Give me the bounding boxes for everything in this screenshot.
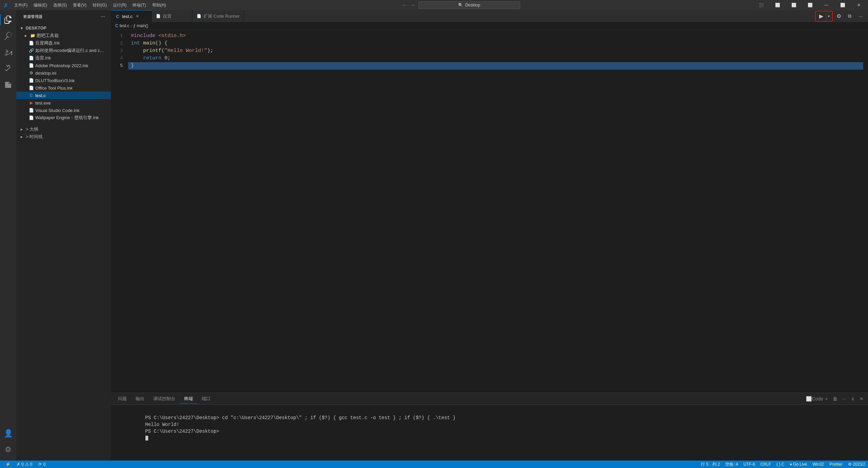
tree-item-dlut[interactable]: 📄 DLUTToolBoxV3.lnk	[16, 77, 111, 84]
nav-forward[interactable]: →	[410, 2, 416, 8]
menu-terminal[interactable]: 终端(T)	[130, 1, 149, 10]
menu-view[interactable]: 查看(V)	[70, 1, 89, 10]
file-icon-adobe: 📄	[28, 63, 34, 68]
run-dropdown-btn[interactable]: ▾	[826, 12, 831, 20]
tree-item-adobe[interactable]: 📄 Adobe Photoshop 2022.lnk	[16, 62, 111, 69]
tree-label-tuiba: 图吧工具箱	[37, 33, 59, 39]
editor-more-btn[interactable]: ···	[856, 12, 865, 20]
close-btn[interactable]: ✕	[851, 0, 867, 10]
breadcrumb-file-icon: C	[115, 23, 118, 28]
code-editor[interactable]: 1 2 3 4 5 #include <stdio.h> int main() …	[111, 30, 868, 393]
sidebar-header-icons: ···	[99, 13, 107, 20]
sidebar-more-btn[interactable]: ···	[99, 13, 107, 20]
layout-btn[interactable]: ⬜	[802, 0, 818, 10]
panel-toggle-btn[interactable]: ⬜	[770, 0, 785, 10]
panel-tab-terminal[interactable]: 终端	[180, 394, 197, 404]
breadcrumb-file[interactable]: test.c	[120, 23, 130, 28]
search-icon: 🔍	[458, 3, 463, 7]
tree-root-folder[interactable]: ▾ DESKTOP	[16, 24, 111, 32]
breadcrumb: C test.c › ⨍ main()	[111, 22, 868, 30]
menu-edit[interactable]: 编辑(E)	[31, 1, 50, 10]
tab-settings[interactable]: 📄 设置	[152, 10, 193, 22]
editor-scrollbar[interactable]	[863, 30, 868, 393]
tree-item-test-c[interactable]: C test.c	[16, 92, 111, 99]
tree-item-howto[interactable]: 🔗 如何使用vscode编译运行.c and c...	[16, 47, 111, 54]
panel-trash-btn[interactable]: 🗑	[831, 395, 839, 403]
status-platform[interactable]: Win32	[810, 461, 827, 468]
tab-extension-code-runner[interactable]: 📄 扩展 Code Runner	[193, 10, 244, 22]
panel-close-btn[interactable]: ✕	[858, 395, 865, 403]
tree-item-wallpaper[interactable]: 📄 Wallpaper Engine：壁纸引擎.lnk	[16, 114, 111, 121]
panel-tab-problems[interactable]: 问题	[114, 394, 131, 404]
panel-add-btn[interactable]: +	[823, 395, 830, 403]
menu-help[interactable]: 帮助(H)	[150, 1, 169, 10]
tree-item-test-exe[interactable]: ▶ test.exe	[16, 99, 111, 107]
status-sync-btn[interactable]: ⟳ 0	[36, 461, 48, 468]
source-control-activity-icon[interactable]	[0, 44, 16, 60]
status-remote-btn[interactable]: ⚡	[3, 461, 13, 468]
status-spaces[interactable]: 空格: 4	[723, 461, 741, 468]
editor-settings-btn[interactable]: ⚙	[834, 12, 844, 20]
title-bar-center: ← → 🔍 Desktop	[169, 1, 753, 9]
file-icon-wallpaper: 📄	[28, 115, 34, 120]
menu-goto[interactable]: 转到(G)	[90, 1, 109, 10]
sync-count: 0	[43, 462, 45, 467]
panel-tab-debug-console[interactable]: 调试控制台	[149, 394, 179, 404]
status-prettier[interactable]: Prettier	[827, 461, 845, 468]
split-editor-btn[interactable]: ⬜	[786, 0, 802, 10]
file-link-icon: 🔗	[28, 48, 34, 53]
panel-code-label[interactable]: Code	[814, 395, 821, 403]
settings-activity-icon[interactable]: ⚙	[0, 442, 16, 458]
account-activity-icon[interactable]: 👤	[0, 425, 16, 442]
nav-back[interactable]: ←	[402, 2, 408, 8]
exe-file-icon: ▶	[28, 100, 34, 106]
outline-section[interactable]: ▸ > 大纲	[16, 126, 111, 133]
tree-item-xunlei[interactable]: 📄 迅雷.lnk	[16, 54, 111, 62]
status-language[interactable]: { } C	[774, 461, 787, 468]
menu-run[interactable]: 运行(R)	[110, 1, 130, 10]
debug-activity-icon[interactable]	[0, 60, 16, 77]
tab-test-c[interactable]: C test.c ✕	[111, 10, 152, 22]
panel-chevron-up-btn[interactable]: ∧	[849, 395, 856, 403]
status-line-col[interactable]: 行 5，列 2	[698, 461, 723, 468]
line-num-4: 4	[111, 55, 123, 62]
search-activity-icon[interactable]	[0, 28, 16, 44]
timeline-section[interactable]: ▸ > 时间线	[16, 133, 111, 141]
spaces-text: 空格: 4	[725, 462, 738, 467]
extra-text: ⚙ 2023/2	[848, 462, 865, 467]
status-errors-btn[interactable]: ✗ 0 ⚠ 0	[14, 461, 35, 468]
chevron-right-outline-icon: ▸	[19, 127, 24, 132]
breadcrumb-symbol[interactable]: main()	[137, 23, 148, 28]
split-editor-btn[interactable]: ⧉	[845, 12, 854, 20]
tree-item-desktop-ini[interactable]: ⚙ desktop.ini	[16, 69, 111, 77]
menu-select[interactable]: 选择(S)	[51, 1, 70, 10]
code-content[interactable]: #include <stdio.h> int main() { printf("…	[128, 30, 863, 393]
tree-item-office[interactable]: 📄 Office Tool Plus.lnk	[16, 84, 111, 92]
panel-split-btn[interactable]: ⬜	[805, 395, 812, 403]
line-num-1: 1	[111, 32, 123, 40]
status-line-ending[interactable]: CRLF	[758, 461, 774, 468]
panel-tab-ports[interactable]: 端口	[198, 394, 215, 404]
run-btn[interactable]: ▶	[816, 12, 826, 20]
title-search-box[interactable]: 🔍 Desktop	[418, 1, 520, 9]
status-go-live[interactable]: ♦ Go Live	[787, 461, 810, 468]
tree-item-baidu[interactable]: 📄 百度网盘.lnk	[16, 39, 111, 47]
status-extra[interactable]: ⚙ 2023/2	[845, 461, 868, 468]
terminal-content[interactable]: PS C:\Users\24227\Desktop> cd "c:\Users\…	[111, 405, 868, 461]
minimize-btn[interactable]: —	[818, 0, 834, 10]
sidebar-toggle-btn[interactable]: ⬛	[753, 0, 769, 10]
panel-tab-output[interactable]: 输出	[132, 394, 149, 404]
tree-item-folder-tuiba[interactable]: ▸ 📁 图吧工具箱	[16, 32, 111, 39]
menu-file[interactable]: 文件(F)	[12, 1, 30, 10]
prettier-text: Prettier	[829, 462, 843, 467]
tree-root-label: DESKTOP	[26, 26, 46, 31]
folder-icon: 📁	[30, 33, 35, 38]
tab-close-test-c[interactable]: ✕	[135, 14, 140, 19]
explorer-activity-icon[interactable]	[0, 12, 16, 28]
extensions-activity-icon[interactable]	[0, 77, 16, 93]
tree-item-vscode[interactable]: 📄 Visual Studio Code.lnk	[16, 107, 111, 114]
maximize-btn[interactable]: ⬜	[835, 0, 850, 10]
terminal-line-3: PS C:\Users\24227\Desktop>	[117, 421, 863, 428]
panel-more-btn[interactable]: ···	[840, 395, 848, 403]
status-encoding[interactable]: UTF-8	[741, 461, 758, 468]
